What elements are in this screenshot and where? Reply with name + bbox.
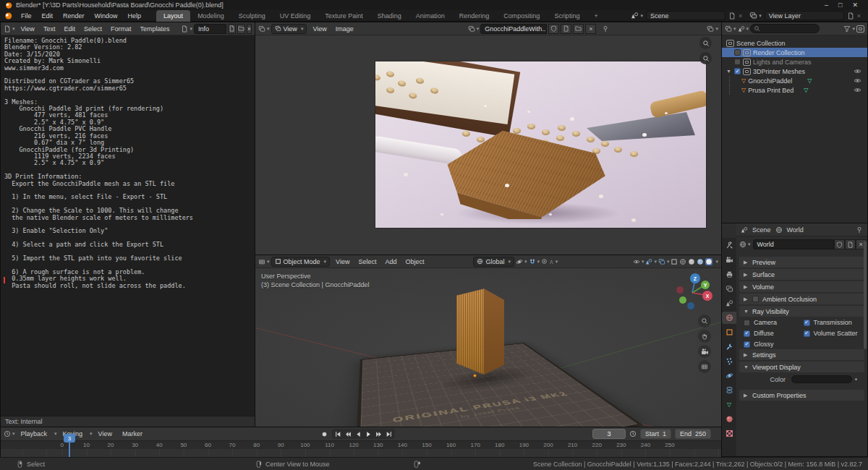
playhead-frame-badge[interactable]: 3 — [64, 434, 75, 443]
jump-to-start-button[interactable] — [333, 430, 343, 438]
tab-rendering[interactable]: Rendering — [452, 10, 497, 22]
image-new-icon[interactable] — [561, 24, 571, 34]
scene-new-icon[interactable] — [728, 12, 736, 20]
zoom-in-icon[interactable] — [699, 37, 712, 49]
tab-physics-icon[interactable] — [722, 369, 736, 382]
tab-scripting[interactable]: Scripting — [547, 10, 587, 22]
image-open-icon[interactable] — [573, 24, 584, 34]
xray-toggle-icon[interactable] — [671, 258, 678, 265]
pin-icon[interactable] — [602, 25, 609, 33]
text-open-icon[interactable] — [237, 24, 245, 34]
tab-view-layer-icon[interactable] — [722, 283, 736, 295]
playback-menu[interactable]: Playback — [17, 430, 52, 437]
row-render-collection[interactable]: Render Collection — [722, 48, 867, 57]
world-browse-icon[interactable]: ▾ — [739, 241, 751, 248]
menu-item[interactable]: Text — [39, 25, 60, 33]
gnocchi-paddle-object[interactable] — [456, 288, 504, 375]
add-workspace-button[interactable]: + — [587, 10, 605, 22]
menu-item[interactable]: Edit — [59, 25, 80, 33]
close-button[interactable]: ✕ — [852, 1, 858, 9]
menu-item[interactable]: Window — [90, 10, 123, 22]
editor-type-icon[interactable]: ▾ — [4, 430, 15, 437]
viewport-ortho-toggle-icon[interactable] — [698, 360, 711, 373]
eye-icon[interactable] — [854, 86, 861, 94]
panel-ambient-occlusion[interactable]: ▶Ambient Occlusion — [739, 294, 864, 304]
editor-type-icon[interactable]: ▾ — [258, 25, 270, 33]
eye-icon[interactable] — [854, 67, 861, 75]
eye-icon[interactable] — [854, 77, 861, 85]
maximize-button[interactable]: □ — [838, 1, 842, 9]
snap-target-icon[interactable]: ▾ — [516, 258, 527, 265]
tab-scene-icon[interactable] — [722, 297, 736, 309]
tab-particles-icon[interactable] — [722, 355, 736, 367]
ray-transmission[interactable]: Transmission — [804, 319, 864, 326]
menu-item[interactable]: Edit — [37, 10, 59, 22]
text-content[interactable]: Filename: Gnocchi Paddle(0).blend Blende… — [4, 38, 193, 289]
next-keyframe-button[interactable] — [374, 430, 383, 438]
text-datablock-field[interactable]: Info — [194, 24, 226, 34]
tab-compositing[interactable]: Compositing — [496, 10, 547, 22]
exclude-checkbox[interactable] — [734, 68, 741, 74]
menu-item[interactable]: View — [331, 258, 354, 265]
tab-uv-editing[interactable]: UV Editing — [273, 10, 318, 22]
tab-modeling[interactable]: Modeling — [190, 10, 231, 22]
menu-item[interactable]: Image — [331, 25, 358, 33]
snap-magnet-icon[interactable]: ▾ — [529, 258, 540, 265]
tab-render-icon[interactable] — [722, 254, 736, 266]
panel-surface[interactable]: ▶Surface — [739, 269, 864, 280]
shading-material-icon[interactable] — [697, 258, 704, 265]
view-layer-browse-icon[interactable]: ▾ — [749, 12, 762, 20]
world-new-icon[interactable] — [845, 239, 856, 249]
jump-to-end-button[interactable] — [384, 430, 393, 438]
gizmos-dropdown-icon[interactable]: ▾ — [645, 258, 657, 265]
row-lights-and-cameras[interactable]: Lights and Cameras — [722, 57, 867, 67]
visibility-dropdown-icon[interactable]: ▾ — [633, 258, 644, 265]
viewport-zoom-icon[interactable] — [698, 315, 711, 328]
tab-material-icon[interactable] — [722, 413, 736, 425]
menu-item[interactable]: Format — [106, 25, 136, 33]
tab-world-icon[interactable] — [722, 312, 736, 324]
menu-item[interactable]: Select — [354, 258, 380, 265]
menu-item[interactable]: View — [308, 25, 331, 33]
current-frame-field[interactable]: 3 — [592, 429, 626, 439]
exclude-checkbox[interactable] — [734, 59, 741, 65]
menu-item[interactable]: Templates — [135, 25, 174, 33]
view-layer-new-icon[interactable] — [847, 12, 854, 20]
ray-camera[interactable]: Camera — [744, 319, 804, 326]
tab-constraints-icon[interactable] — [722, 384, 736, 396]
image-unlink-icon[interactable]: × — [585, 24, 596, 34]
tab-modifiers-icon[interactable] — [722, 341, 736, 353]
text-new-icon[interactable] — [228, 24, 236, 34]
exclude-checkbox[interactable] — [734, 49, 741, 56]
image-fake-user-icon[interactable] — [548, 24, 559, 34]
tab-object-data-icon[interactable]: ▽ — [722, 398, 736, 411]
breadcrumb-scene-icon[interactable] — [741, 226, 748, 234]
shading-rendered-icon[interactable] — [705, 258, 712, 265]
image-channels-icon[interactable]: ▾ — [707, 25, 718, 33]
tab-texture-paint[interactable]: Texture Paint — [318, 10, 370, 22]
panel-viewport-display[interactable]: ▼Viewport Display — [739, 362, 864, 372]
view-layer-remove-icon[interactable]: × — [857, 12, 861, 20]
navigation-gizmo[interactable]: Z Y X — [672, 271, 717, 313]
menu-item[interactable]: Help — [123, 10, 147, 22]
rendered-image[interactable] — [375, 61, 706, 228]
editor-type-icon[interactable]: ▾ — [725, 25, 736, 33]
image-browse-icon[interactable]: ▾ — [468, 25, 480, 33]
panel-settings[interactable]: ▶Settings — [739, 349, 864, 360]
viewport-pan-hand-icon[interactable] — [698, 330, 711, 343]
proportional-editing-icon[interactable] — [541, 258, 548, 265]
start-frame-field[interactable]: Start1 — [640, 429, 671, 439]
tab-output-icon[interactable] — [722, 268, 736, 281]
new-collection-icon[interactable] — [856, 25, 864, 33]
text-unlink-icon[interactable]: × — [247, 24, 252, 34]
ao-checkbox[interactable] — [752, 296, 759, 302]
breadcrumb-world-icon[interactable] — [775, 226, 783, 234]
disclosure-icon[interactable]: ▼ — [726, 69, 732, 74]
image-mode-dropdown[interactable]: View▾ — [271, 24, 307, 34]
text-browse-icon[interactable]: ▾ — [181, 25, 192, 33]
row-prusa-print-bed[interactable]: ▽ Prusa Print Bed ▽ — [722, 85, 867, 95]
orientation-dropdown[interactable]: Global▾ — [473, 257, 514, 267]
menu-item[interactable]: Add — [380, 258, 401, 265]
tab-layout[interactable]: Layout — [156, 10, 190, 22]
world-fake-user-icon[interactable] — [834, 239, 845, 249]
